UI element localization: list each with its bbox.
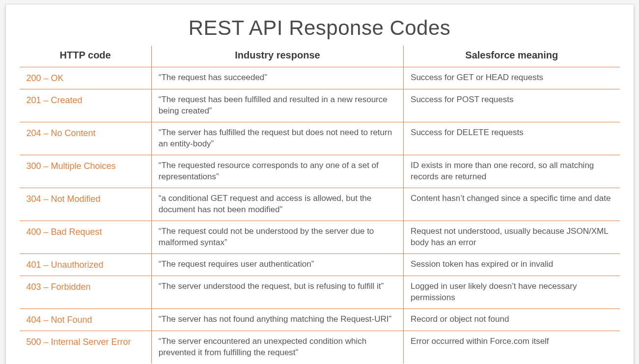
http-code: 201 – Created [20, 89, 152, 122]
table-row: 500 – Internal Server Error “The server … [20, 331, 620, 364]
col-header-code: HTTP code [20, 46, 152, 67]
salesforce-meaning: Record or object not found [404, 308, 620, 331]
http-code: 400 – Bad Request [20, 221, 152, 253]
table-row: 200 – OK “The request has succeeded” Suc… [20, 67, 620, 89]
http-code: 500 – Internal Server Error [20, 331, 152, 364]
table-row: 400 – Bad Request “The request could not… [20, 221, 620, 253]
industry-response: “The requested resource corresponds to a… [151, 155, 403, 188]
salesforce-meaning: Error occurred within Force.com itself [404, 331, 620, 364]
page-title: REST API Response Codes [20, 16, 620, 40]
industry-response: “The server has fulfilled the request bu… [151, 122, 403, 155]
industry-response: “The server encountered an unexpected co… [151, 331, 403, 364]
salesforce-meaning: Request not understood, usually because … [404, 221, 620, 253]
salesforce-meaning: Success for POST requests [404, 89, 620, 122]
industry-response: “The request requires user authenticatio… [151, 253, 403, 276]
response-codes-table: HTTP code Industry response Salesforce m… [20, 46, 620, 364]
table-row: 300 – Multiple Choices “The requested re… [20, 155, 620, 188]
col-header-salesforce: Salesforce meaning [404, 46, 620, 67]
http-code: 200 – OK [20, 67, 152, 89]
industry-response: “The request could not be understood by … [151, 221, 403, 253]
industry-response: “The server has not found anything match… [151, 308, 403, 331]
col-header-industry: Industry response [151, 46, 403, 67]
http-code: 304 – Not Modified [20, 188, 152, 221]
slide-card: REST API Response Codes HTTP code Indust… [5, 4, 634, 364]
industry-response: “The server understood the request, but … [151, 276, 403, 308]
industry-response: “The request has been fulfilled and resu… [151, 89, 403, 122]
salesforce-meaning: Success for DELETE requests [404, 122, 620, 155]
http-code: 300 – Multiple Choices [20, 155, 152, 188]
salesforce-meaning: Logged in user likely doesn’t have neces… [404, 276, 620, 308]
table-row: 204 – No Content “The server has fulfill… [20, 122, 620, 155]
table-row: 403 – Forbidden “The server understood t… [20, 276, 620, 308]
table-row: 304 – Not Modified “a conditional GET re… [20, 188, 620, 221]
table-row: 401 – Unauthorized “The request requires… [20, 253, 620, 276]
table-row: 404 – Not Found “The server has not foun… [20, 308, 620, 331]
industry-response: “The request has succeeded” [151, 67, 403, 89]
table-row: 201 – Created “The request has been fulf… [20, 89, 620, 122]
salesforce-meaning: Session token has expired or in invalid [404, 253, 620, 276]
table-header-row: HTTP code Industry response Salesforce m… [20, 46, 620, 67]
http-code: 401 – Unauthorized [20, 253, 152, 276]
http-code: 403 – Forbidden [20, 276, 152, 308]
http-code: 404 – Not Found [20, 308, 152, 331]
salesforce-meaning: Content hasn’t changed since a specific … [404, 188, 620, 221]
industry-response: “a conditional GET request and access is… [151, 188, 403, 221]
salesforce-meaning: ID exists in more than one record, so al… [404, 155, 620, 188]
http-code: 204 – No Content [20, 122, 152, 155]
salesforce-meaning: Success for GET or HEAD requests [404, 67, 620, 89]
